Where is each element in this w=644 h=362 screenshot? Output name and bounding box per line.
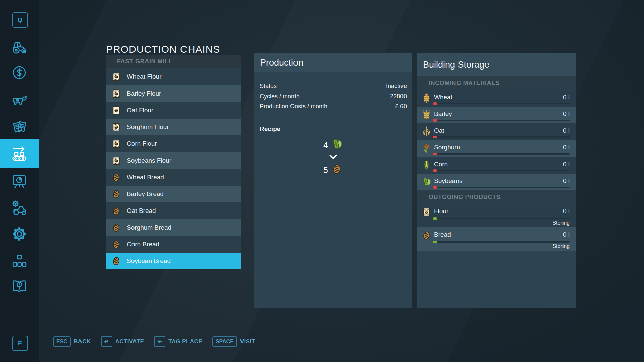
sidebar-item-settings[interactable] xyxy=(0,222,39,246)
storage-item-amount: 0 l xyxy=(563,161,570,168)
soybeans-icon xyxy=(331,138,343,150)
list-item-wheat-bread[interactable]: Wheat Bread xyxy=(106,169,241,186)
list-item-wheat-flour[interactable]: Wheat Flour xyxy=(106,68,241,85)
production-panel-title: Production xyxy=(254,53,412,72)
list-item-soybeans-flour[interactable]: Soybeans Flour xyxy=(106,152,241,169)
list-item-sorghum-bread[interactable]: Sorghum Bread xyxy=(106,219,241,236)
list-item-label: Sorghum Flour xyxy=(127,123,169,131)
key-visit-badge: SPACE xyxy=(212,336,237,347)
list-item-oat-flour[interactable]: Oat Flour xyxy=(106,102,241,119)
storage-item-name: Sorghum xyxy=(434,144,460,151)
fill-status-dot xyxy=(433,169,437,172)
fill-level-bar xyxy=(433,153,570,155)
page-title: PRODUCTION CHAINS xyxy=(106,44,220,55)
list-item-soybean-bread[interactable]: Soybean Bread xyxy=(106,253,241,269)
storage-row-corn: Corn 0 l xyxy=(417,157,576,174)
stat-label: Production Costs / month xyxy=(260,101,327,111)
hotkey-hint-back[interactable]: ESC BACK xyxy=(53,336,91,347)
tractor-icon xyxy=(11,39,28,55)
list-item-label: Barley Bread xyxy=(127,190,164,198)
list-item-oat-bread[interactable]: Oat Bread xyxy=(106,202,241,219)
recipe-input: 4 xyxy=(323,138,343,153)
key-e-badge: E xyxy=(12,336,28,351)
storage-row-oat: Oat 0 l xyxy=(417,123,576,140)
list-item-barley-bread[interactable]: Barley Bread xyxy=(106,186,241,202)
production-chain-icon xyxy=(11,145,28,162)
production-chains-screen: Q ? E PRODUCTION CHAINS FAST GRAIN MILL … xyxy=(0,0,644,362)
flour-bag-icon xyxy=(111,156,121,166)
stat-label: Cycles / month xyxy=(260,91,300,101)
sidebar-item-vehicles[interactable] xyxy=(0,35,39,59)
stat-value: £ 60 xyxy=(395,101,407,111)
list-item-label: Corn Bread xyxy=(127,241,159,248)
storage-item-name: Corn xyxy=(434,161,448,168)
storage-mode-label: Storing xyxy=(552,243,570,249)
hotkey-label: TAG PLACE xyxy=(168,338,202,345)
storage-row-wheat: Wheat 0 l xyxy=(417,90,576,107)
sidebar-item-garage[interactable] xyxy=(0,196,39,220)
storage-mode-label: Storing xyxy=(552,220,570,226)
storage-item-name: Soybeans xyxy=(434,177,463,185)
sidebar-item-statistics[interactable] xyxy=(0,170,39,193)
tractor-gear-icon xyxy=(11,199,28,216)
fill-level-bar xyxy=(433,218,570,219)
storage-item-amount: 0 l xyxy=(563,127,570,134)
flour-bag-icon xyxy=(111,139,121,149)
recipe-output: 5 xyxy=(323,163,343,177)
storage-item-amount: 0 l xyxy=(563,110,570,118)
recipe-input-qty: 4 xyxy=(323,140,328,150)
stat-row: Cycles / month 22800 xyxy=(260,91,407,101)
flour-bag-icon xyxy=(111,122,121,132)
sidebar: Q ? E xyxy=(0,0,39,362)
sidebar-item-help[interactable]: ? xyxy=(0,274,39,298)
building-storage-title: Building Storage xyxy=(417,53,576,76)
fill-status-dot xyxy=(433,153,437,155)
dollar-icon xyxy=(11,64,28,81)
building-storage-panel: Building Storage INCOMING MATERIALS Whea… xyxy=(417,53,576,308)
list-item-label: Oat Flour xyxy=(127,107,153,114)
list-item-label: Wheat Flour xyxy=(127,73,161,80)
list-item-corn-flour[interactable]: Corn Flour xyxy=(106,135,241,152)
hotkey-label: ACTIVATE xyxy=(115,338,144,345)
gear-icon xyxy=(11,226,28,242)
recipe-block: 4 5 xyxy=(260,138,407,177)
sidebar-item-animals[interactable] xyxy=(0,88,39,112)
storage-item-name: Flour xyxy=(434,207,448,215)
list-item-sorghum-flour[interactable]: Sorghum Flour xyxy=(106,119,241,135)
list-item-corn-bread[interactable]: Corn Bread xyxy=(106,236,241,253)
sidebar-item-contracts[interactable] xyxy=(0,115,39,138)
key-q-badge: Q xyxy=(12,12,28,28)
fill-level-bar xyxy=(433,187,570,188)
hotkey-hint-activate[interactable]: ↵ ACTIVATE xyxy=(101,336,144,347)
hotkey-label: BACK xyxy=(74,338,91,345)
bread-icon xyxy=(111,223,121,233)
sidebar-item-production-chains[interactable] xyxy=(0,139,39,168)
fill-level-bar xyxy=(433,103,570,104)
sidebar-item-finances[interactable] xyxy=(0,61,39,84)
fill-level-bar xyxy=(433,241,570,243)
hotkey-label: VISIT xyxy=(240,338,255,345)
list-item-barley-flour[interactable]: Barley Flour xyxy=(106,85,241,102)
fill-status-dot xyxy=(433,241,437,243)
incoming-materials-header: INCOMING MATERIALS xyxy=(417,76,576,90)
statistics-icon xyxy=(11,173,28,190)
list-item-label: Wheat Bread xyxy=(127,174,164,181)
storage-row-flour: Flour 0 l Storing xyxy=(417,204,576,227)
stat-row: Status Inactive xyxy=(260,81,407,91)
production-list-panel: FAST GRAIN MILL Wheat FlourBarley FlourO… xyxy=(106,55,241,269)
storage-item-name: Bread xyxy=(434,231,451,238)
hotkey-hint-visit[interactable]: SPACE VISIT xyxy=(212,336,255,347)
key-tag-place-badge: ⇤ xyxy=(154,336,165,347)
hotkey-hint-tag-place[interactable]: ⇤ TAG PLACE xyxy=(154,336,202,347)
fill-status-dot xyxy=(433,136,437,138)
list-item-label: Soybean Bread xyxy=(127,257,171,265)
help-book-icon: ? xyxy=(11,278,28,294)
fill-level-bar xyxy=(433,120,570,121)
sidebar-item-connections[interactable] xyxy=(0,250,39,273)
flour-bag-icon xyxy=(111,72,121,82)
storage-item-name: Wheat xyxy=(434,94,452,101)
contracts-icon xyxy=(11,118,28,135)
stat-value: 22800 xyxy=(390,91,407,101)
bread-icon xyxy=(111,239,121,250)
key-activate-badge: ↵ xyxy=(101,336,112,347)
